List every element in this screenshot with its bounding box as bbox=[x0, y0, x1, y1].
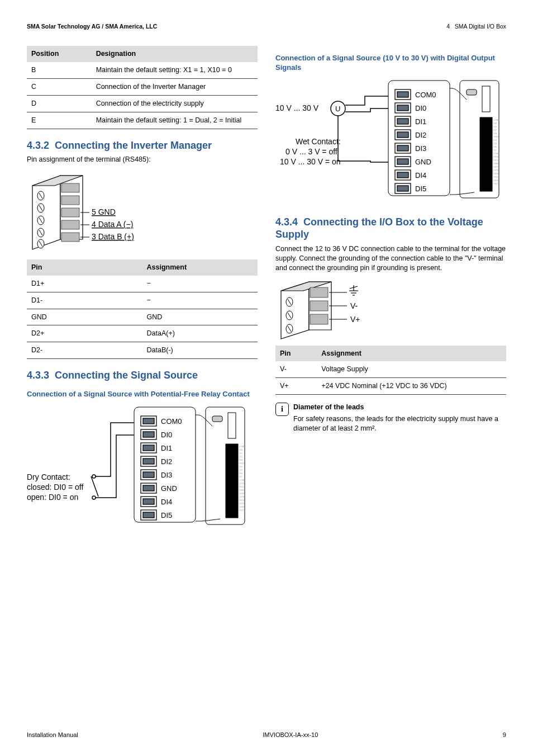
svg-rect-112 bbox=[480, 117, 492, 191]
svg-text:DI3: DI3 bbox=[415, 144, 426, 153]
svg-rect-98 bbox=[397, 172, 408, 178]
svg-rect-39 bbox=[143, 472, 154, 478]
table-header: Designation bbox=[92, 46, 258, 62]
svg-text:DI6: DI6 bbox=[493, 145, 497, 148]
table-row: V-Voltage Supply bbox=[275, 361, 506, 377]
svg-text:DIO4: DIO4 bbox=[239, 499, 245, 502]
svg-text:U: U bbox=[335, 105, 340, 113]
svg-rect-86 bbox=[397, 92, 408, 97]
table-row: CConnection of the Inverter Manager bbox=[27, 78, 258, 95]
svg-text:4 Data A (−): 4 Data A (−) bbox=[92, 220, 133, 229]
svg-rect-111 bbox=[467, 89, 477, 95]
svg-text:DI0: DI0 bbox=[493, 122, 497, 125]
section-4-3-4-body: Connect the 12 to 36 V DC connection cab… bbox=[275, 244, 506, 273]
position-designation-table: Position Designation BMaintain the defau… bbox=[27, 46, 258, 129]
svg-text:open: DI0 = on: open: DI0 = on bbox=[27, 493, 78, 502]
svg-text:DI0: DI0 bbox=[415, 104, 426, 112]
svg-text:10 V ... 30 V = on: 10 V ... 30 V = on bbox=[280, 157, 341, 166]
rs485-pin-table: Pin Assignment D1+− D1-− GNDGND D2+DataA… bbox=[27, 259, 258, 359]
section-4-3-2-heading: 4.3.2 Connecting the Inverter Manager bbox=[27, 139, 258, 152]
svg-text:DIO7: DIO7 bbox=[239, 509, 245, 512]
svg-text:DIO3: DIO3 bbox=[239, 495, 245, 498]
svg-text:COM0: COM0 bbox=[415, 91, 436, 99]
wet-contact-figure: 10 V ... 30 V U Wet Contact: 0 V ... 3 V… bbox=[275, 77, 506, 206]
svg-text:DIO5: DIO5 bbox=[239, 502, 245, 505]
table-header: Pin bbox=[27, 259, 142, 276]
svg-text:DI7: DI7 bbox=[239, 475, 243, 478]
svg-text:GND: GND bbox=[239, 462, 244, 465]
svg-rect-96 bbox=[397, 159, 408, 164]
svg-text:COM1: COM1 bbox=[239, 479, 246, 481]
section-4-3-4-heading: 4.3.4 Connecting the I/O Box to the Volt… bbox=[275, 216, 506, 241]
svg-text:DI0: DI0 bbox=[239, 448, 243, 451]
svg-rect-35 bbox=[143, 445, 154, 451]
svg-text:DI5: DI5 bbox=[493, 142, 497, 145]
table-row: V++24 VDC Nominal (+12 VDC to 36 VDC) bbox=[275, 378, 506, 395]
section-4-3-3-sub2: Connection of a Signal Source (10 V to 3… bbox=[275, 54, 506, 73]
svg-rect-17 bbox=[61, 233, 79, 242]
svg-rect-144 bbox=[310, 314, 328, 324]
svg-text:5 GND: 5 GND bbox=[92, 207, 116, 216]
note-body-text: For safety reasons, the leads for the el… bbox=[293, 414, 506, 433]
svg-text:DI1: DI1 bbox=[415, 117, 426, 126]
svg-rect-45 bbox=[143, 512, 154, 518]
svg-rect-92 bbox=[397, 132, 408, 138]
svg-point-27 bbox=[92, 475, 96, 478]
svg-text:DIO3: DIO3 bbox=[493, 169, 499, 172]
table-row: EMaintain the default setting: 1 = Dual,… bbox=[27, 112, 258, 129]
svg-rect-100 bbox=[397, 186, 408, 191]
svg-text:DI5: DI5 bbox=[161, 511, 172, 519]
svg-text:V+: V+ bbox=[350, 315, 360, 324]
table-row: D1+− bbox=[27, 276, 258, 292]
svg-rect-56 bbox=[212, 416, 222, 422]
svg-rect-88 bbox=[397, 105, 408, 111]
svg-text:DI2: DI2 bbox=[239, 455, 243, 458]
svg-text:0 V ... 3 V = off: 0 V ... 3 V = off bbox=[285, 147, 337, 156]
svg-text:DI0: DI0 bbox=[161, 431, 172, 439]
svg-rect-41 bbox=[143, 485, 154, 491]
svg-text:Wet Contact:: Wet Contact: bbox=[296, 137, 341, 146]
svg-rect-57 bbox=[226, 444, 238, 518]
svg-text:DIO0: DIO0 bbox=[239, 482, 245, 485]
svg-rect-94 bbox=[397, 145, 408, 151]
svg-text:COM0: COM0 bbox=[161, 417, 182, 426]
svg-text:DIO2: DIO2 bbox=[493, 166, 499, 168]
svg-text:COM0: COM0 bbox=[239, 445, 246, 448]
info-icon: i bbox=[275, 403, 289, 416]
svg-text:Dry Contact:: Dry Contact: bbox=[27, 472, 70, 481]
svg-text:DI3: DI3 bbox=[493, 132, 497, 135]
svg-text:DI5: DI5 bbox=[415, 185, 426, 193]
svg-text:DI8B: DI8B bbox=[493, 162, 498, 165]
svg-rect-43 bbox=[143, 499, 154, 504]
table-header: Assignment bbox=[142, 259, 258, 276]
table-row: BMaintain the default setting: X1 = 1, X… bbox=[27, 62, 258, 78]
svg-text:DI2: DI2 bbox=[415, 131, 426, 139]
svg-text:DI4: DI4 bbox=[161, 498, 172, 506]
svg-text:DI6: DI6 bbox=[239, 472, 243, 475]
svg-rect-16 bbox=[61, 220, 79, 229]
svg-text:COM0: COM0 bbox=[493, 119, 500, 121]
svg-text:3 Data B (+): 3 Data B (+) bbox=[92, 232, 134, 241]
svg-rect-13 bbox=[61, 183, 79, 192]
section-4-3-2-intro: Pin assignment of the terminal (RS485): bbox=[27, 155, 258, 164]
info-note: i Diameter of the leads For safety reaso… bbox=[275, 403, 506, 433]
svg-text:DI1: DI1 bbox=[493, 125, 497, 128]
svg-text:DI1: DI1 bbox=[161, 444, 172, 452]
rs485-terminal-figure: 5 GND 4 Data A (−) 3 Data B (+) bbox=[27, 170, 258, 254]
table-row: D2-DataB(-) bbox=[27, 342, 258, 359]
svg-text:DI3: DI3 bbox=[239, 459, 243, 461]
table-row: D1-− bbox=[27, 292, 258, 309]
svg-text:DI8B: DI8B bbox=[239, 489, 244, 492]
svg-text:GND: GND bbox=[161, 484, 177, 493]
svg-text:DIO6: DIO6 bbox=[493, 179, 499, 182]
svg-text:COM1: COM1 bbox=[493, 152, 500, 155]
svg-rect-14 bbox=[61, 196, 79, 205]
svg-rect-90 bbox=[397, 119, 408, 124]
svg-text:DIO1: DIO1 bbox=[493, 159, 499, 162]
table-row: DConnection of the electricity supply bbox=[27, 95, 258, 112]
svg-text:DI7: DI7 bbox=[493, 149, 497, 152]
svg-text:DI2: DI2 bbox=[161, 457, 172, 466]
header-company: SMA Solar Technology AG / SMA America, L… bbox=[27, 22, 157, 30]
svg-rect-37 bbox=[143, 459, 154, 464]
svg-marker-0 bbox=[32, 176, 60, 249]
